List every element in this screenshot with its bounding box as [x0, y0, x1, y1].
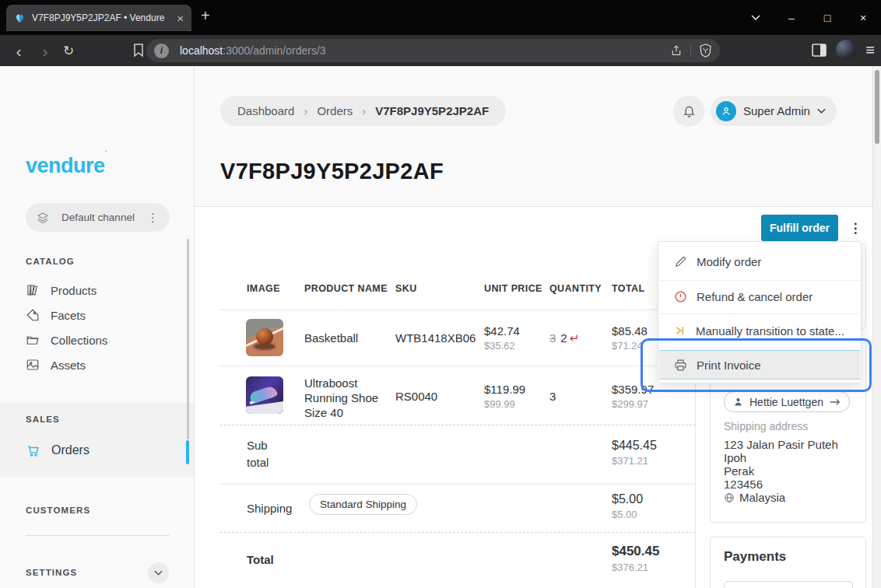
share-icon[interactable]	[670, 44, 683, 57]
table-row: Basketball WTB1418XB06 $42.74 $35.62 32↵…	[220, 310, 696, 366]
sidebar-item-orders[interactable]: Orders	[26, 440, 90, 460]
sidebar-item-facets[interactable]: Facets	[26, 305, 86, 325]
sidebar-scrollbar[interactable]	[187, 239, 189, 439]
bell-icon	[683, 104, 696, 118]
sidebar-item-products[interactable]: Products	[26, 280, 97, 300]
customer-link[interactable]: Hettie Luettgen	[724, 391, 850, 412]
total-row: Total $450.45 $376.21	[220, 532, 696, 588]
sidebar-item-collections[interactable]: Collections	[26, 330, 107, 350]
sidebar-divider	[26, 535, 170, 536]
tab-title: V7F8PJ9Y5P2JP2AF • Vendure	[32, 12, 170, 23]
col-header-total: TOTAL	[612, 283, 645, 294]
product-name[interactable]: Basketball	[304, 331, 358, 345]
section-label-customers[interactable]: CUSTOMERS	[26, 506, 90, 515]
shipping-amount-secondary: $5.00	[612, 509, 643, 520]
notifications-button[interactable]	[673, 96, 704, 127]
user-menu[interactable]: Super Admin	[711, 96, 837, 126]
window-close-button[interactable]: ×	[845, 0, 881, 35]
subtotal-row: Sub total $445.45 $371.21	[220, 425, 696, 485]
line-total-secondary: $299.97	[612, 398, 654, 410]
total-amount-secondary: $376.21	[612, 562, 659, 573]
channel-ellipsis-icon[interactable]: ⋮	[147, 211, 159, 225]
customer-name: Hettie Luettgen	[749, 396, 823, 408]
page-scrollbar-track[interactable]	[872, 66, 881, 588]
shipping-label: Shipping	[247, 500, 292, 517]
chevron-down-icon	[817, 108, 826, 114]
vendure-logo[interactable]: vendure´	[26, 154, 107, 178]
menu-item-label: Modify order	[697, 255, 761, 268]
shipping-address-label: Shipping address	[724, 420, 808, 432]
unit-price-secondary: $35.62	[484, 340, 520, 352]
active-item-indicator	[186, 440, 189, 464]
fulfill-order-button[interactable]: Fulfill order	[761, 215, 838, 241]
address-country: Malaysia	[724, 491, 785, 504]
shipping-row: Shipping Standard Shipping $5.00 $5.00	[220, 484, 696, 533]
sidebar-item-label: Facets	[51, 309, 86, 322]
pencil-icon	[674, 255, 687, 268]
globe-icon	[724, 492, 735, 503]
section-label-sales: SALES	[26, 415, 60, 424]
browser-tab[interactable]: V7F8PJ9Y5P2JP2AF • Vendure ×	[6, 5, 191, 31]
sidebar-toggle-icon[interactable]	[812, 44, 827, 57]
chevron-right-icon: ›	[362, 104, 366, 117]
step-forward-icon	[674, 324, 686, 337]
channel-label: Default channel	[58, 212, 138, 223]
user-name: Super Admin	[743, 104, 810, 117]
warning-circle-icon	[674, 290, 687, 303]
breadcrumb-orders[interactable]: Orders	[317, 104, 353, 117]
payments-title: Payments	[724, 549, 786, 565]
menu-item-modify-order[interactable]: Modify order	[659, 243, 860, 280]
user-avatar	[716, 101, 736, 121]
product-image-shoe[interactable]	[246, 376, 283, 414]
col-header-quantity: QUANTITY	[549, 283, 602, 294]
new-tab-button[interactable]: +	[201, 7, 210, 25]
menu-item-label: Manually transition to state...	[696, 324, 844, 338]
address-bar[interactable]: i localhost:3000/admin/orders/3	[146, 39, 720, 62]
tag-icon	[26, 308, 40, 322]
url-path: :3000/admin/orders/3	[223, 44, 325, 57]
sidebar-item-assets[interactable]: Assets	[26, 355, 86, 375]
menu-item-refund-cancel[interactable]: Refund & cancel order	[659, 280, 860, 313]
product-image-basketball[interactable]	[246, 319, 283, 356]
sneaker	[249, 385, 279, 404]
window-maximize-button[interactable]: □	[809, 0, 845, 35]
forward-icon[interactable]: ›	[36, 41, 54, 60]
breadcrumb-dashboard[interactable]: Dashboard	[237, 104, 294, 117]
browser-profile-avatar[interactable]	[836, 40, 856, 60]
col-header-unit-price: UNIT PRICE	[484, 283, 542, 294]
window-controls: – □ ×	[738, 0, 881, 35]
browser-menu-icon[interactable]: ≡	[865, 41, 875, 59]
total-label: Total	[247, 551, 274, 569]
col-header-sku: SKU	[395, 283, 417, 294]
shipping-method-badge: Standard Shipping	[309, 494, 417, 515]
order-lines-table: IMAGE PRODUCT NAME SKU UNIT PRICE QUANTI…	[220, 268, 696, 588]
channel-selector[interactable]: Default channel ⋮	[26, 203, 170, 232]
more-actions-button[interactable]: ⋮	[848, 216, 862, 240]
back-icon[interactable]: ‹	[9, 41, 28, 60]
product-sku: RS0040	[395, 390, 437, 403]
product-name[interactable]: Ultraboost Running Shoe Size 40	[304, 376, 391, 420]
table-row: Ultraboost Running Shoe Size 40 RS0040 $…	[220, 366, 696, 425]
tab-search-chevron-icon[interactable]	[738, 0, 774, 35]
sidebar-item-label: Collections	[51, 334, 107, 347]
window-minimize-button[interactable]: –	[774, 0, 809, 35]
address-line: Ipoh	[724, 451, 746, 464]
bookmark-icon[interactable]	[129, 41, 148, 60]
page-title: V7F8PJ9Y5P2JP2AF	[220, 159, 444, 184]
unit-price-cell: $119.99 $99.99	[484, 383, 525, 410]
url-text: localhost:3000/admin/orders/3	[180, 44, 326, 57]
site-info-icon[interactable]: i	[154, 44, 169, 58]
page-scrollbar-thumb[interactable]	[875, 70, 879, 144]
quantity: 2	[560, 331, 567, 345]
quantity-old: 3	[549, 331, 556, 345]
brave-shield-icon[interactable]	[699, 44, 712, 58]
tab-close-icon[interactable]: ×	[177, 12, 184, 24]
menu-item-label: Refund & cancel order	[697, 290, 813, 303]
reload-icon[interactable]: ↻	[59, 41, 78, 60]
settings-expand-button[interactable]	[148, 562, 169, 583]
folder-icon	[26, 333, 40, 347]
sidebar-item-label: Orders	[51, 443, 90, 457]
print-invoice-highlight-box	[641, 338, 872, 392]
section-label-settings[interactable]: SETTINGS	[26, 568, 77, 577]
total-amount: $450.45	[612, 544, 659, 559]
